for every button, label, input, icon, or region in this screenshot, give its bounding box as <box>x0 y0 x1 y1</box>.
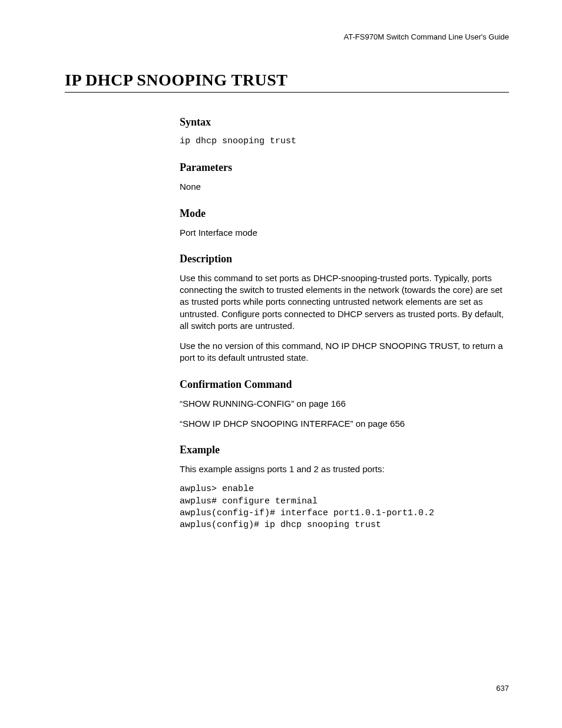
parameters-text: None <box>180 181 509 193</box>
mode-heading: Mode <box>180 207 509 220</box>
running-header: AT-FS970M Switch Command Line User's Gui… <box>65 32 509 41</box>
example-code: awplus> enable awplus# configure termina… <box>180 483 509 531</box>
example-heading: Example <box>180 444 509 456</box>
syntax-code: ip dhcp snooping trust <box>180 136 509 147</box>
title-rule <box>65 92 509 93</box>
confirmation-heading: Confirmation Command <box>180 378 509 391</box>
command-title: IP DHCP SNOOPING TRUST <box>65 71 509 90</box>
page-number: 637 <box>496 684 509 693</box>
syntax-heading: Syntax <box>180 116 509 129</box>
example-intro: This example assigns ports 1 and 2 as tr… <box>180 463 509 475</box>
description-p1: Use this command to set ports as DHCP-sn… <box>180 272 509 332</box>
page-container: AT-FS970M Switch Command Line User's Gui… <box>0 0 562 728</box>
description-p2: Use the no version of this command, NO I… <box>180 340 509 364</box>
confirmation-p1: “SHOW RUNNING-CONFIG” on page 166 <box>180 398 509 410</box>
content-block: Syntax ip dhcp snooping trust Parameters… <box>180 116 509 531</box>
mode-text: Port Interface mode <box>180 227 509 239</box>
parameters-heading: Parameters <box>180 162 509 174</box>
description-heading: Description <box>180 253 509 265</box>
confirmation-p2: “SHOW IP DHCP SNOOPING INTERFACE” on pag… <box>180 418 509 430</box>
